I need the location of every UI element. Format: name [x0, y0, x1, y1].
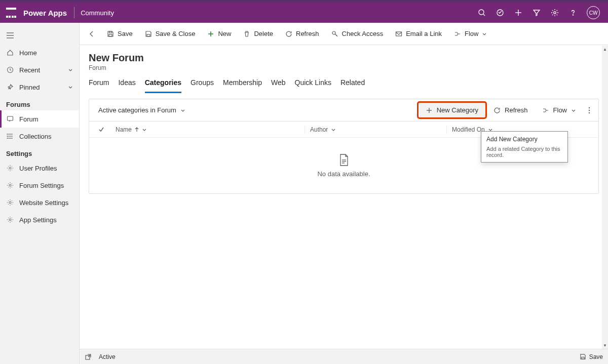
tab-related[interactable]: Related [340, 78, 365, 93]
nav-home-label: Home [19, 49, 37, 57]
tab-quick-links[interactable]: Quick Links [295, 78, 331, 93]
gear-icon [6, 165, 14, 172]
sidebar-item-label: App Settings [19, 216, 57, 224]
svg-rect-11 [8, 116, 13, 120]
column-author-label: Author [310, 126, 328, 133]
column-author[interactable]: Author [305, 126, 446, 133]
tab-forum[interactable]: Forum [89, 78, 109, 93]
check-access-label: Check Access [342, 30, 384, 37]
subgrid-actions: New Category Refresh Flow [419, 103, 598, 117]
plus-icon [207, 30, 214, 37]
avatar[interactable]: CW [587, 6, 600, 19]
more-commands-button[interactable] [584, 103, 594, 117]
gear-icon [6, 182, 14, 189]
subgrid-flow-label: Flow [553, 106, 567, 114]
filter-icon[interactable] [532, 8, 541, 17]
scroll-down-arrow-icon[interactable]: ▼ [602, 342, 608, 349]
svg-point-17 [7, 138, 8, 139]
sidebar-item-website-settings[interactable]: Website Settings [0, 194, 79, 211]
area-label[interactable]: Community [81, 9, 114, 17]
sidebar-item-user-profiles[interactable]: User Profiles [0, 159, 79, 177]
column-name[interactable]: Name [113, 126, 305, 133]
new-category-button[interactable]: New Category [419, 103, 485, 117]
column-name-label: Name [116, 126, 132, 133]
select-all-column[interactable] [89, 127, 113, 133]
brand-label[interactable]: Power Apps [23, 9, 67, 17]
svg-point-32 [589, 109, 590, 110]
save-close-label: Save & Close [156, 30, 196, 37]
back-arrow-icon [88, 30, 96, 38]
check-access-button[interactable]: Check Access [326, 27, 389, 41]
new-button[interactable]: New [202, 27, 236, 41]
svg-point-21 [9, 219, 11, 221]
sidebar-item-label: Forum [19, 115, 39, 123]
sidebar: Home Recent Pinned Forums Forum Collecti… [0, 23, 80, 364]
save-button[interactable]: Save [102, 27, 138, 41]
search-icon[interactable] [477, 8, 486, 17]
command-bar: Save Save & Close New Delete Refresh Che… [80, 23, 608, 45]
subgrid-refresh-button[interactable]: Refresh [487, 103, 534, 117]
mail-icon [395, 30, 402, 37]
refresh-button[interactable]: Refresh [280, 27, 324, 41]
svg-rect-22 [109, 34, 112, 36]
plus-icon[interactable] [514, 8, 523, 17]
help-icon[interactable] [568, 8, 578, 17]
flow-icon [454, 30, 461, 37]
tab-categories[interactable]: Categories [145, 78, 181, 93]
brand-divider [74, 7, 74, 18]
sidebar-item-forum-settings[interactable]: Forum Settings [0, 177, 79, 194]
refresh-icon [285, 30, 292, 37]
sidebar-item-collections[interactable]: Collections [0, 128, 79, 145]
tab-groups[interactable]: Groups [191, 78, 214, 93]
nav-recent[interactable]: Recent [0, 61, 79, 78]
save-label: Save [118, 30, 133, 37]
empty-message: No data available. [317, 170, 370, 178]
view-picker[interactable]: Active categories in Forum [89, 106, 195, 114]
svg-point-31 [589, 107, 590, 108]
svg-point-15 [7, 134, 8, 135]
save-icon [107, 30, 114, 37]
app-launcher-icon[interactable] [6, 8, 16, 18]
delete-button[interactable]: Delete [238, 27, 278, 41]
new-label: New [218, 30, 231, 37]
svg-rect-28 [396, 32, 402, 36]
sidebar-item-forum[interactable]: Forum [0, 110, 79, 128]
pin-icon [6, 84, 14, 91]
tooltip-desc: Add a related Category to this record. [486, 146, 562, 158]
nav-home[interactable]: Home [0, 44, 79, 61]
back-button[interactable] [84, 27, 100, 41]
content-area: Save Save & Close New Delete Refresh Che… [80, 23, 608, 364]
svg-rect-24 [147, 34, 150, 36]
popout-icon[interactable] [85, 353, 92, 360]
email-link-button[interactable]: Email a Link [390, 27, 447, 41]
entity-label: Forum [89, 64, 599, 71]
nav-pinned-label: Pinned [19, 84, 40, 91]
tab-membership[interactable]: Membership [223, 78, 262, 93]
tab-web[interactable]: Web [271, 78, 286, 93]
scroll-up-arrow-icon[interactable]: ▲ [602, 46, 608, 53]
status-bar: Active Save [80, 349, 608, 364]
gear-icon[interactable] [550, 8, 559, 17]
view-name: Active categories in Forum [98, 106, 176, 114]
subgrid-toolbar: Active categories in Forum New Category … [89, 99, 598, 122]
sidebar-collapse-button[interactable] [0, 27, 79, 44]
gear-icon [6, 216, 14, 223]
target-icon[interactable] [496, 8, 505, 17]
subgrid-flow-button[interactable]: Flow [536, 103, 582, 117]
sidebar-item-app-settings[interactable]: App Settings [0, 211, 79, 228]
svg-point-19 [9, 184, 11, 186]
flow-button[interactable]: Flow [449, 27, 492, 41]
hamburger-icon [6, 32, 14, 39]
vertical-scrollbar[interactable]: ▲ ▼ [602, 46, 608, 364]
save-close-button[interactable]: Save & Close [140, 27, 201, 41]
page-header: New Forum Forum [80, 45, 608, 71]
delete-label: Delete [254, 30, 273, 37]
flow-icon [542, 107, 549, 114]
section-settings: Settings [0, 145, 79, 159]
tab-ideas[interactable]: Ideas [118, 78, 135, 93]
gear-icon [6, 199, 14, 206]
footer-save-button[interactable]: Save [580, 353, 603, 360]
nav-pinned[interactable]: Pinned [0, 78, 79, 96]
svg-point-6 [573, 15, 573, 15]
svg-point-18 [9, 167, 11, 169]
